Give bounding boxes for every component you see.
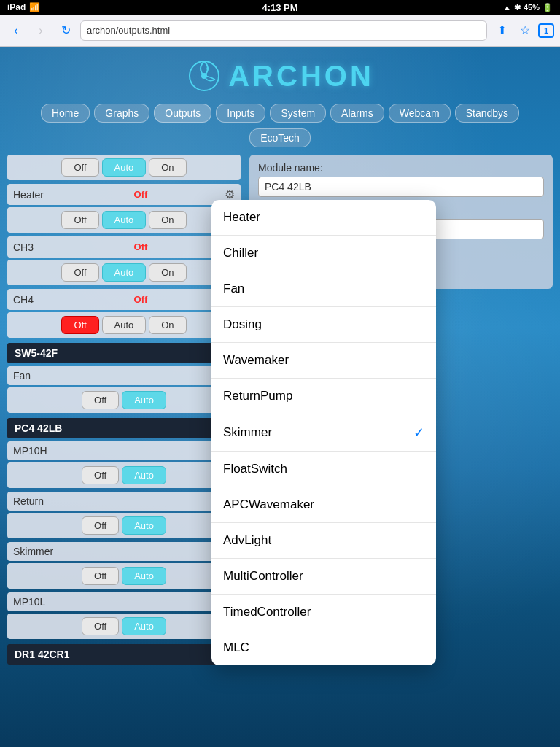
ecotech-button[interactable]: EcoTech (249, 128, 311, 147)
dropdown-item-floatswitch-label: FloatSwitch (223, 462, 287, 476)
fan-label: Fan (13, 370, 57, 382)
dropdown-item-dosing-label: Dosing (223, 317, 262, 332)
fan-off-button[interactable]: Off (82, 391, 119, 409)
location-icon: ▲ (503, 3, 511, 12)
dropdown-item-returnpump[interactable]: ReturnPump (211, 379, 436, 414)
forward-button[interactable]: › (31, 20, 51, 41)
dropdown-item-chiller-label: Chiller (223, 246, 258, 260)
return-off-button[interactable]: Off (82, 516, 119, 535)
dropdown-item-skimmer[interactable]: Skimmer ✓ (211, 414, 436, 452)
ch4-on-button[interactable]: On (149, 316, 186, 334)
mp10l-auto-button[interactable]: Auto (122, 617, 166, 635)
return-auto-button[interactable]: Auto (122, 516, 166, 535)
dropdown-item-advlight[interactable]: AdvLight (211, 523, 436, 559)
fan-control-row: Off Auto (7, 387, 241, 413)
dropdown-item-dosing[interactable]: Dosing (211, 307, 436, 343)
skimmer-checkmark-icon: ✓ (413, 425, 424, 441)
ch3-on-button[interactable]: On (149, 263, 186, 282)
mp10h-row: MP10H On (7, 441, 241, 460)
skimmer-label: Skimmer (13, 546, 57, 557)
ch4-auto-button[interactable]: Auto (102, 316, 147, 334)
heater-off-button[interactable]: Off (61, 211, 98, 229)
bookmark-button[interactable]: ☆ (515, 20, 535, 41)
top-control-row: Off Auto On (7, 155, 241, 180)
dr1-section-header: DR1 42CR1 (7, 644, 241, 665)
heater-label: Heater (13, 189, 57, 201)
tab-count[interactable]: 1 (538, 23, 554, 38)
logo-text: ARCHON (228, 60, 374, 93)
function-dropdown: Heater Chiller Fan Dosing Wavemaker Retu… (211, 200, 436, 665)
ch3-row: CH3 Off ⚙ (7, 236, 241, 258)
return-label: Return (13, 495, 57, 507)
status-bar-left: iPad 📶 (7, 2, 40, 12)
ch3-label: CH3 (13, 241, 57, 253)
dropdown-item-fan[interactable]: Fan (211, 271, 436, 307)
dropdown-item-heater-label: Heater (223, 210, 260, 225)
url-text: archon/outputs.html (87, 25, 170, 36)
reload-button[interactable]: ↻ (55, 20, 76, 41)
logo-icon (186, 58, 222, 94)
dropdown-item-wavemaker-label: Wavemaker (223, 353, 289, 368)
mp10l-off-button[interactable]: Off (82, 617, 119, 635)
mp10h-off-button[interactable]: Off (82, 466, 119, 484)
battery-label: 45% (524, 3, 540, 12)
dropdown-item-timedcontroller-label: TimedController (223, 605, 311, 619)
heater-on-button[interactable]: On (149, 211, 186, 229)
dropdown-item-mlc-label: MLC (223, 640, 249, 655)
ch4-off-button[interactable]: Off (61, 316, 98, 334)
top-auto-button[interactable]: Auto (102, 158, 147, 177)
ch4-status: Off (134, 294, 148, 305)
skimmer-control-row: Off Auto (7, 563, 241, 589)
fan-row: Fan On (7, 366, 241, 385)
back-button[interactable]: ‹ (6, 20, 26, 41)
ch3-off-button[interactable]: Off (61, 263, 98, 282)
nav-inputs[interactable]: Inputs (216, 104, 265, 123)
logo-area: ARCHON (0, 58, 560, 94)
dropdown-item-multicontroller[interactable]: MultiController (211, 559, 436, 595)
dropdown-item-timedcontroller[interactable]: TimedController (211, 595, 436, 630)
ch3-auto-button[interactable]: Auto (102, 263, 147, 282)
top-off-button[interactable]: Off (61, 158, 98, 177)
mp10l-control-row: Off Auto (7, 614, 241, 639)
page: ARCHON Home Graphs Outputs Inputs System… (0, 47, 560, 747)
fan-auto-button[interactable]: Auto (122, 391, 166, 409)
bluetooth-icon: ✱ (514, 3, 521, 12)
dropdown-item-wavemaker[interactable]: Wavemaker (211, 343, 436, 379)
nav-alarms[interactable]: Alarms (330, 104, 384, 123)
status-bar-time: 4:13 PM (262, 2, 298, 13)
dropdown-item-heater[interactable]: Heater (211, 200, 436, 236)
nav-bar: Home Graphs Outputs Inputs System Alarms… (0, 98, 560, 128)
nav-standbys[interactable]: Standbys (455, 104, 519, 123)
skimmer-off-button[interactable]: Off (82, 567, 119, 585)
status-bar: iPad 📶 4:13 PM ▲ ✱ 45% 🔋 (0, 0, 560, 15)
skimmer-row: Skimmer On (7, 542, 241, 561)
mp10l-row: MP10L On (7, 592, 241, 611)
ch4-label: CH4 (13, 294, 57, 306)
share-button[interactable]: ⬆ (491, 20, 512, 41)
dropdown-item-apcwavemaker[interactable]: APCWavemaker (211, 487, 436, 523)
url-bar[interactable]: archon/outputs.html (80, 20, 487, 41)
mp10l-label: MP10L (13, 596, 57, 608)
nav-outputs[interactable]: Outputs (154, 104, 211, 123)
dropdown-item-apcwavemaker-label: APCWavemaker (223, 498, 314, 512)
heater-auto-button[interactable]: Auto (102, 211, 147, 229)
ecotech-area: EcoTech (0, 128, 560, 147)
ch3-control-row: Off Auto On (7, 260, 241, 285)
battery-icon: 🔋 (542, 3, 553, 12)
nav-webcam[interactable]: Webcam (389, 104, 451, 123)
skimmer-auto-button[interactable]: Auto (122, 567, 166, 585)
dropdown-item-skimmer-label: Skimmer (223, 425, 272, 440)
dropdown-item-mlc[interactable]: MLC (211, 630, 436, 665)
nav-system[interactable]: System (270, 104, 326, 123)
ch4-control-row: Off Auto On (7, 312, 241, 338)
mp10h-auto-button[interactable]: Auto (122, 466, 166, 484)
top-on-button[interactable]: On (149, 158, 186, 177)
ch4-row: CH4 Off ⚙ (7, 289, 241, 310)
status-bar-right: ▲ ✱ 45% 🔋 (503, 3, 553, 12)
dropdown-item-chiller[interactable]: Chiller (211, 236, 436, 271)
nav-home[interactable]: Home (41, 104, 90, 123)
return-control-row: Off Auto (7, 513, 241, 538)
nav-graphs[interactable]: Graphs (94, 104, 149, 123)
module-name-input[interactable] (258, 177, 544, 197)
dropdown-item-floatswitch[interactable]: FloatSwitch (211, 452, 436, 487)
